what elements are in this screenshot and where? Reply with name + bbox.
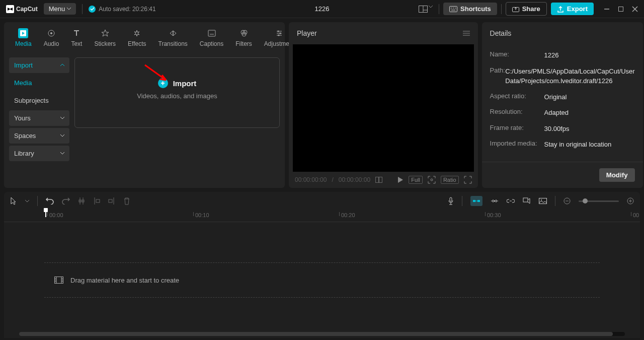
minimize-button[interactable]: [604, 6, 610, 12]
svg-rect-31: [379, 177, 382, 183]
share-icon: [512, 6, 519, 12]
ratio-button[interactable]: Ratio: [441, 176, 459, 184]
cover-icon: [539, 198, 547, 204]
magnet-icon: [472, 198, 480, 204]
media-sidebar: Import Media Subprojects Yours Spaces Li…: [9, 57, 69, 183]
tab-text[interactable]: Text: [65, 26, 88, 52]
split-icon: [78, 197, 85, 205]
export-button[interactable]: Export: [551, 3, 594, 15]
ruler-mark: 00:20: [341, 212, 355, 218]
chevron-down-icon: [25, 200, 29, 202]
timecode-total: 00:00:00:00: [339, 176, 370, 183]
player-menu-icon[interactable]: [463, 31, 470, 36]
svg-point-23: [277, 31, 279, 32]
import-dropzone[interactable]: + Import Videos, audios, and images: [74, 57, 280, 128]
value-imported: Stay in original location: [544, 140, 635, 150]
menu-button[interactable]: Menu: [44, 3, 76, 15]
tab-stickers[interactable]: Stickers: [88, 26, 122, 52]
split-right-icon: [108, 197, 115, 205]
shortcuts-button[interactable]: Shortcuts: [443, 3, 497, 15]
mic-button[interactable]: [448, 197, 454, 205]
tab-transitions[interactable]: Transitions: [152, 26, 194, 52]
close-button[interactable]: [632, 6, 638, 12]
ruler-mark: 00:10: [195, 212, 209, 218]
zoom-out-button[interactable]: [564, 197, 571, 205]
timeline-ruler[interactable]: 00:00 00:10 00:20 00:30 00: [4, 210, 640, 222]
tab-media[interactable]: Media: [9, 26, 38, 52]
undo-button[interactable]: [46, 197, 54, 205]
share-button[interactable]: Share: [506, 2, 547, 16]
full-button[interactable]: Full: [409, 176, 423, 184]
media-tabs: Media Audio Text Stickers Effects Transi…: [4, 22, 285, 52]
sidebar-item-library[interactable]: Library: [9, 146, 69, 161]
play-button[interactable]: [397, 176, 404, 183]
sidebar-item-import[interactable]: Import: [9, 57, 69, 73]
sidebar-item-media[interactable]: Media: [9, 75, 69, 91]
svg-rect-30: [376, 177, 379, 183]
divider: [82, 4, 83, 14]
zoom-in-icon: [627, 197, 634, 205]
tab-effects[interactable]: Effects: [122, 26, 152, 52]
redo-icon: [62, 197, 70, 205]
svg-rect-36: [96, 199, 100, 202]
link-button[interactable]: [507, 198, 515, 203]
player-viewport[interactable]: [293, 44, 474, 172]
app-logo: CapCut: [6, 5, 38, 13]
selection-tool[interactable]: [10, 197, 17, 205]
tab-captions[interactable]: Captions: [194, 26, 229, 52]
titlebar: CapCut Menu Auto saved: 20:26:41 1226 Sh…: [0, 0, 644, 18]
playhead[interactable]: [45, 210, 46, 217]
redo-button[interactable]: [62, 197, 70, 205]
zoom-slider-thumb[interactable]: [583, 198, 588, 203]
tab-audio[interactable]: Audio: [38, 26, 65, 52]
sidebar-item-yours[interactable]: Yours: [9, 110, 69, 126]
scrollbar-thumb[interactable]: [19, 332, 613, 336]
svg-rect-40: [473, 200, 475, 202]
captions-icon: [207, 28, 217, 38]
value-framerate: 30.00fps: [544, 124, 635, 134]
maximize-button[interactable]: [618, 6, 624, 12]
value-path: C:/Users/PMLS/AppData/Local/CapCut/User …: [505, 66, 634, 86]
preview-axis-button[interactable]: [523, 197, 531, 205]
svg-rect-44: [523, 198, 528, 202]
ruler-mark: 00:00: [49, 212, 63, 218]
compare-button[interactable]: [375, 177, 382, 183]
track-dropzone[interactable]: Drag material here and start to create: [44, 262, 600, 298]
scale-icon: [428, 176, 436, 184]
cursor-icon: [10, 197, 17, 205]
divider: [555, 196, 555, 206]
timeline-tracks[interactable]: Drag material here and start to create: [4, 222, 640, 329]
sidebar-item-spaces[interactable]: Spaces: [9, 128, 69, 144]
stickers-icon: [100, 28, 110, 38]
cover-button[interactable]: [539, 198, 547, 204]
label-name: Name:: [490, 50, 544, 60]
svg-rect-41: [477, 200, 480, 202]
sidebar-item-subprojects[interactable]: Subprojects: [9, 93, 69, 108]
text-icon: [71, 28, 82, 38]
layout-button[interactable]: [417, 4, 435, 15]
film-icon: [54, 277, 63, 284]
split-right-button[interactable]: [108, 197, 115, 205]
tab-filters[interactable]: Filters: [229, 26, 258, 52]
scale-button[interactable]: [428, 176, 436, 184]
horizontal-scrollbar[interactable]: [19, 332, 625, 336]
zoom-in-button[interactable]: [627, 197, 634, 205]
split-left-button[interactable]: [93, 197, 100, 205]
import-subtitle: Videos, audios, and images: [137, 92, 217, 100]
svg-point-46: [541, 199, 542, 200]
chevron-down-icon: [60, 117, 64, 119]
zoom-slider[interactable]: [579, 200, 619, 202]
split-button[interactable]: [78, 197, 85, 205]
modify-button[interactable]: Modify: [599, 168, 635, 182]
label-framerate: Frame rate:: [490, 124, 544, 134]
project-title: 1226: [315, 5, 330, 13]
menu-lines-icon: [463, 31, 470, 36]
auto-snap-button[interactable]: [491, 198, 499, 204]
timeline-panel: 00:00 00:10 00:20 00:30 00 Drag material…: [4, 192, 640, 338]
fullscreen-button[interactable]: [464, 176, 472, 184]
autosave-status: Auto saved: 20:26:41: [89, 6, 155, 13]
magnet-button[interactable]: [470, 196, 482, 206]
delete-button[interactable]: [123, 197, 130, 205]
adjustment-icon: [274, 28, 284, 38]
tool-dropdown[interactable]: [25, 200, 29, 202]
